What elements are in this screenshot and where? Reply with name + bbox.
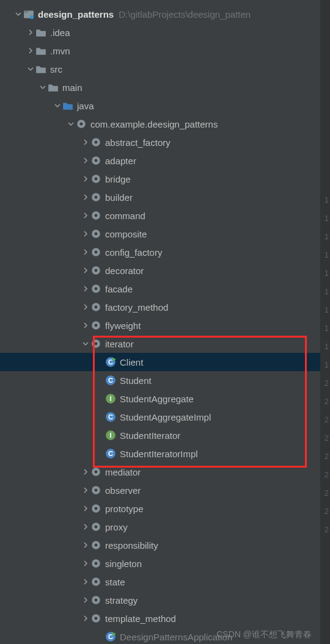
svg-point-42	[95, 471, 98, 474]
tree-item-label: adapter	[105, 156, 136, 166]
gutter-line-number: 2	[324, 452, 329, 461]
tree-item-adapter[interactable]: adapter	[0, 151, 330, 170]
tree-item-singleton[interactable]: singleton	[0, 554, 330, 573]
tree-item-studentaggregate[interactable]: IStudentAggregate	[0, 389, 330, 408]
chevron-right-icon[interactable]	[81, 559, 90, 568]
chevron-down-icon[interactable]	[66, 119, 76, 129]
chevron-right-icon[interactable]	[81, 540, 90, 550]
svg-point-16	[95, 233, 98, 236]
svg-point-48	[95, 526, 98, 529]
tree-item-studentiterator[interactable]: IStudentIterator	[0, 426, 330, 444]
tree-item-observer[interactable]: observer	[0, 481, 330, 499]
chevron-right-icon[interactable]	[81, 156, 90, 165]
chevron-right-icon[interactable]	[81, 485, 90, 495]
package-icon	[90, 485, 101, 496]
chevron-right-icon[interactable]	[81, 613, 90, 623]
chevron-right-icon[interactable]	[26, 27, 35, 37]
chevron-right-icon[interactable]	[26, 46, 35, 56]
editor-gutter: 1111111111222222222	[320, 0, 330, 644]
svg-text:I: I	[109, 395, 111, 402]
class-run-icon: C	[105, 356, 116, 367]
package-icon	[90, 137, 101, 148]
chevron-right-icon[interactable]	[81, 211, 90, 220]
tree-item-deesign-patterns[interactable]: deesign_patternsD:\gitlabProjects\deesig…	[0, 5, 330, 23]
tree-item-com-example-deesign-patterns[interactable]: com.example.deesign_patterns	[0, 115, 330, 133]
chevron-down-icon[interactable]	[81, 339, 90, 349]
chevron-down-icon[interactable]	[38, 82, 48, 92]
tree-item-label: command	[105, 211, 145, 221]
tree-item-mediator[interactable]: mediator	[0, 463, 330, 481]
package-icon	[90, 466, 101, 477]
gutter-line-number: 1	[324, 269, 329, 278]
tree-item-prototype[interactable]: prototype	[0, 499, 330, 518]
interface-icon: I	[105, 393, 116, 404]
tree-item-bridge[interactable]: bridge	[0, 170, 330, 188]
tree-item-label: config_factory	[105, 247, 162, 258]
chevron-right-icon[interactable]	[81, 467, 90, 477]
tree-item-flyweight[interactable]: flyweight	[0, 316, 330, 335]
tree-item-label: flyweight	[105, 320, 141, 331]
tree-item--idea[interactable]: .idea	[0, 23, 330, 42]
tree-item-config-factory[interactable]: config_factory	[0, 243, 330, 261]
tree-item-command[interactable]: command	[0, 206, 330, 225]
tree-item-src[interactable]: src	[0, 60, 330, 78]
gutter-line-number: 1	[324, 360, 329, 369]
chevron-right-icon[interactable]	[81, 595, 90, 605]
tree-item-strategy[interactable]: strategy	[0, 591, 330, 609]
tree-item-label: deesign_patterns	[38, 9, 114, 20]
tree-item-label: mediator	[105, 467, 141, 477]
tree-item-java[interactable]: java	[0, 96, 330, 115]
tree-item-client[interactable]: CClient	[0, 353, 330, 371]
chevron-right-icon[interactable]	[81, 266, 90, 275]
chevron-right-icon[interactable]	[81, 284, 90, 294]
package-icon	[90, 302, 101, 313]
svg-point-12	[95, 196, 98, 199]
chevron-right-icon[interactable]	[81, 229, 90, 239]
chevron-right-icon[interactable]	[81, 137, 90, 147]
tree-item-composite[interactable]: composite	[0, 225, 330, 243]
chevron-right-icon[interactable]	[81, 174, 90, 184]
chevron-right-icon[interactable]	[81, 302, 90, 312]
tree-item-builder[interactable]: builder	[0, 188, 330, 206]
gutter-line-number: 2	[324, 525, 329, 534]
tree-item-label: facade	[105, 284, 133, 294]
tree-item-studentiteratorimpl[interactable]: CStudentIteratorImpl	[0, 444, 330, 463]
chevron-right-icon[interactable]	[81, 192, 90, 202]
tree-item-student[interactable]: CStudent	[0, 371, 330, 389]
chevron-down-icon[interactable]	[53, 101, 62, 110]
tree-item-facade[interactable]: facade	[0, 280, 330, 298]
tree-item-decorator[interactable]: decorator	[0, 261, 330, 280]
chevron-down-icon[interactable]	[26, 64, 35, 74]
chevron-right-icon[interactable]	[81, 247, 90, 257]
gutter-line-number: 1	[324, 195, 329, 204]
tree-item-iterator[interactable]: iterator	[0, 335, 330, 353]
package-icon	[90, 228, 101, 239]
tree-item-template-method[interactable]: template_method	[0, 609, 330, 628]
tree-item-main[interactable]: main	[0, 78, 330, 96]
chevron-right-icon[interactable]	[81, 504, 90, 513]
tree-item-factory-method[interactable]: factory_method	[0, 298, 330, 316]
folder-icon	[35, 45, 46, 56]
tree-item-proxy[interactable]: proxy	[0, 518, 330, 536]
package-icon	[90, 558, 101, 569]
tree-item-state[interactable]: state	[0, 573, 330, 591]
tree-item-abstract-factory[interactable]: abstract_factory	[0, 133, 330, 151]
tree-item-label: factory_method	[105, 302, 168, 313]
tree-item-label: com.example.deesign_patterns	[90, 119, 218, 129]
package-icon	[90, 192, 101, 203]
gutter-line-number: 1	[324, 324, 329, 333]
tree-item-label: iterator	[105, 339, 134, 349]
chevron-right-icon[interactable]	[81, 320, 90, 330]
package-icon	[90, 283, 101, 294]
chevron-down-icon[interactable]	[13, 9, 23, 19]
tree-item--mvn[interactable]: .mvn	[0, 42, 330, 60]
svg-rect-2	[30, 15, 34, 19]
chevron-right-icon[interactable]	[81, 522, 90, 532]
package-icon	[90, 613, 101, 624]
chevron-right-icon[interactable]	[81, 577, 90, 587]
tree-item-label: observer	[105, 485, 141, 496]
tree-item-label: state	[105, 577, 125, 587]
folder-icon	[35, 63, 46, 74]
tree-item-responsibility[interactable]: responsibility	[0, 536, 330, 554]
tree-item-studentaggregateimpl[interactable]: CStudentAggregateImpl	[0, 408, 330, 426]
